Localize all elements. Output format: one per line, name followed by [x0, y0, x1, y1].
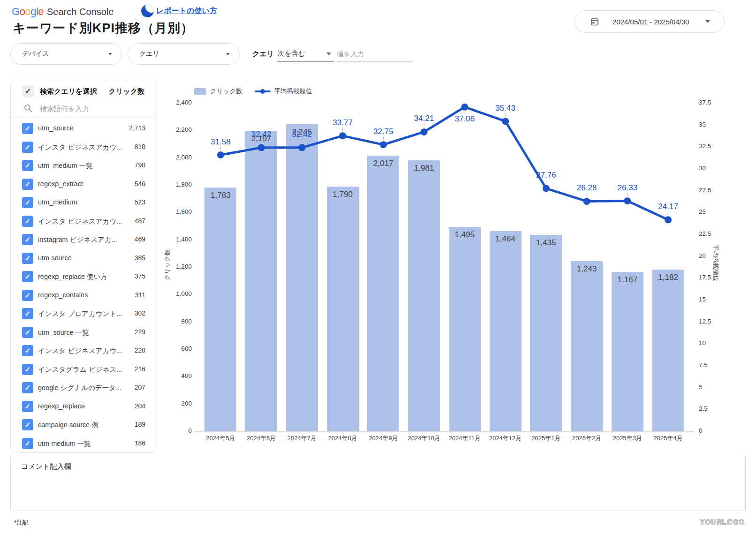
query-clicks: 2,713	[117, 124, 145, 132]
y-axis-tick-left: 2,200	[152, 126, 192, 133]
bar	[367, 156, 399, 431]
line-point	[583, 198, 590, 205]
bar	[652, 270, 684, 431]
query-label: インスタ ビジネスアカウ...	[38, 143, 122, 152]
query-checkbox[interactable]: ✓	[22, 123, 33, 134]
y-axis-tick-left: 1,200	[152, 263, 192, 270]
query-select-panel: ✓ 検索クエリを選択 クリック数 ✓utm_source2,713✓インスタ ビ…	[10, 79, 157, 453]
bar-label: 1,495	[445, 230, 485, 240]
bar-label: 2,197	[241, 134, 281, 143]
comment-label: コメント記入欄	[21, 462, 71, 471]
query-checkbox[interactable]: ✓	[22, 327, 33, 338]
query-checkbox[interactable]: ✓	[22, 308, 33, 319]
report-help-link[interactable]: レポートの使い方	[156, 6, 217, 16]
query-list-item[interactable]: ✓utm_medium523	[11, 195, 157, 210]
y-axis-tick-right: 37.5	[699, 99, 727, 106]
line-label: 26.28	[566, 183, 608, 193]
query-list-item[interactable]: ✓utm medium 一覧186	[11, 436, 157, 451]
query-checkbox[interactable]: ✓	[22, 438, 33, 449]
bar	[327, 187, 359, 431]
query-checkbox[interactable]: ✓	[22, 253, 33, 264]
line-point	[624, 197, 631, 204]
chevron-down-icon	[226, 53, 230, 55]
query-checkbox[interactable]: ✓	[22, 142, 33, 153]
query-list-item[interactable]: ✓インスタ ビジネスアカウ...487	[11, 214, 157, 229]
query-list-item[interactable]: ✓regexp_replace204	[11, 399, 157, 414]
query-checkbox[interactable]: ✓	[22, 382, 33, 393]
line-point	[461, 104, 468, 111]
query-checkbox[interactable]: ✓	[22, 197, 33, 208]
query-clicks: 790	[117, 161, 145, 169]
query-list-item[interactable]: ✓インスタグラム ビジネス...216	[11, 362, 157, 377]
y-axis-tick-left: 2,000	[152, 154, 192, 161]
query-list-item[interactable]: ✓utm_source 一覧229	[11, 325, 157, 340]
query-clicks: 487	[117, 217, 145, 225]
bar	[490, 231, 522, 431]
line-label: 35.43	[484, 104, 527, 113]
query-label: campaign source 例	[38, 421, 122, 429]
query-checkbox[interactable]: ✓	[22, 160, 33, 171]
y-axis-tick-left: 1,600	[152, 208, 192, 215]
y-axis-tick-left: 600	[152, 345, 192, 352]
date-range-picker[interactable]: 2024/05/01 - 2025/04/30	[575, 10, 725, 33]
date-caret-icon	[705, 20, 710, 23]
line-point	[543, 185, 550, 192]
condition-operator-dropdown[interactable]: 次を含む	[277, 46, 334, 62]
google-search-console-logo: Google Search Console	[12, 6, 113, 18]
query-list-item[interactable]: ✓utm_source2,713	[11, 121, 157, 136]
filter-value-input[interactable]	[336, 46, 413, 62]
query-list-item[interactable]: ✓utm_medium 一覧790	[11, 158, 157, 173]
query-checkbox[interactable]: ✓	[22, 290, 33, 301]
query-checkbox[interactable]: ✓	[22, 216, 33, 227]
y-axis-tick-left: 400	[152, 372, 192, 379]
query-list-item[interactable]: ✓instagram ビジネスアカ...469	[11, 232, 157, 247]
google-letter: G	[12, 6, 20, 17]
query-label: utm_source	[38, 124, 122, 132]
query-label: インスタ ビジネスアカウ...	[38, 217, 122, 226]
query-list-item[interactable]: ✓インスタ ビジネスアカウ...220	[11, 343, 157, 358]
legend-item-clicks[interactable]: クリック数	[194, 87, 242, 96]
query-checkbox[interactable]: ✓	[22, 234, 33, 245]
y-axis-tick-right: 2.5	[699, 405, 727, 412]
comment-box[interactable]: コメント記入欄	[10, 456, 746, 511]
bar	[286, 124, 318, 431]
query-label: インスタグラム ビジネス...	[38, 365, 122, 374]
line-point	[217, 151, 224, 158]
legend-swatch-bar-icon	[194, 88, 206, 95]
google-letter: g	[30, 6, 36, 17]
query-checkbox[interactable]: ✓	[22, 271, 33, 282]
query-checkbox[interactable]: ✓	[22, 345, 33, 356]
query-clicks: 469	[117, 235, 145, 243]
query-list-item[interactable]: ✓regexp_extract546	[11, 177, 157, 192]
query-list-item[interactable]: ✓utm source385	[11, 251, 157, 266]
bar-label: 1,981	[404, 164, 444, 173]
y-axis-tick-left: 200	[152, 400, 192, 407]
y-axis-tick-right: 35	[699, 121, 727, 128]
legend-item-position[interactable]: 平均掲載順位	[255, 87, 312, 96]
y-axis-tick-right: 30	[699, 165, 727, 172]
query-checkbox[interactable]: ✓	[22, 419, 33, 430]
query-checkbox[interactable]: ✓	[22, 401, 33, 412]
query-list-item[interactable]: ✓インスタ ビジネスアカウ...810	[11, 140, 157, 155]
crescent-moon-icon	[141, 5, 154, 17]
query-list-item[interactable]: ✓regexp_contains311	[11, 288, 157, 303]
query-label: utm source	[38, 254, 122, 262]
query-filter-dropdown[interactable]: クエリ	[128, 43, 240, 65]
chevron-down-icon	[108, 53, 112, 55]
line-point	[339, 132, 346, 139]
calendar-icon	[590, 17, 599, 26]
query-clicks: 375	[117, 272, 145, 280]
right-axis-title: 平均掲載順位	[711, 241, 720, 286]
line-label: 34.21	[403, 114, 445, 123]
query-list-item[interactable]: ✓regexp_replace 使い方375	[11, 269, 157, 284]
x-axis-label: 2025年1月	[526, 434, 566, 443]
query-list-item[interactable]: ✓campaign source 例189	[11, 417, 157, 432]
device-filter-dropdown[interactable]: デバイス	[10, 43, 122, 65]
query-checkbox[interactable]: ✓	[22, 364, 33, 375]
query-list-item[interactable]: ✓google シグナルのデータ...207	[11, 380, 157, 395]
y-axis-tick-right: 22.5	[699, 230, 727, 237]
bar-label: 1,435	[526, 238, 566, 248]
bar-label: 2,017	[363, 159, 403, 168]
query-checkbox[interactable]: ✓	[22, 179, 33, 190]
query-list-item[interactable]: ✓インスタ プロアカウント...302	[11, 306, 157, 321]
